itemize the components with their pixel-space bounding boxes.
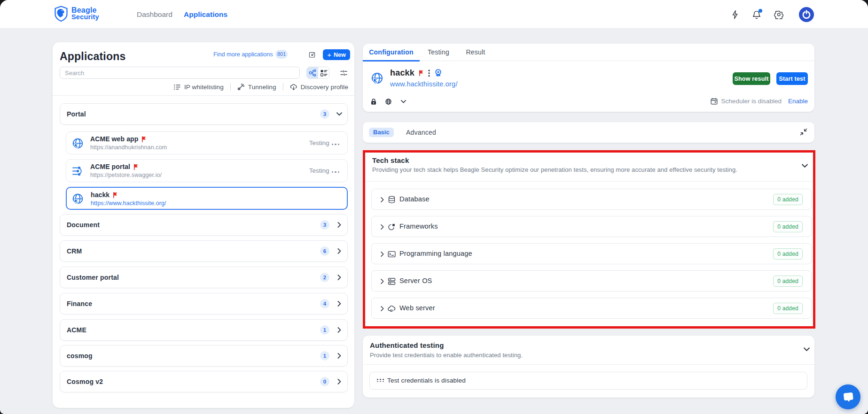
mode-switch-card: Basic Advanced bbox=[363, 122, 814, 143]
group-row-crm[interactable]: CRM 6 bbox=[60, 240, 348, 262]
group-row-cosmog[interactable]: cosmog 1 bbox=[60, 345, 348, 367]
tech-stack-row-programming-language[interactable]: Programming language 0 added bbox=[371, 243, 812, 264]
kebab-menu-icon[interactable] bbox=[428, 69, 430, 77]
test-credentials-row[interactable]: Test credentials is disabled bbox=[369, 372, 807, 390]
quick-actions-row: IP whitelisting Tunneling Discovery prof… bbox=[173, 83, 348, 91]
group-count-badge: 6 bbox=[320, 246, 329, 256]
globe-icon[interactable] bbox=[385, 99, 391, 105]
chevron-right-icon bbox=[379, 251, 385, 257]
tech-stack-row-frameworks[interactable]: Frameworks 0 added bbox=[371, 216, 812, 237]
view-toggle-group bbox=[306, 67, 329, 79]
chevron-right-icon bbox=[336, 274, 343, 281]
divider bbox=[230, 83, 231, 91]
import-icon[interactable] bbox=[308, 51, 316, 58]
discovery-profile-button[interactable]: Discovery profile bbox=[290, 84, 348, 91]
nav-link-applications[interactable]: Applications bbox=[184, 0, 227, 29]
user-avatar[interactable] bbox=[799, 7, 814, 22]
ip-whitelisting-button[interactable]: IP whitelisting bbox=[173, 84, 224, 91]
group-row-acme[interactable]: ACME 1 bbox=[60, 319, 348, 341]
flag-icon bbox=[419, 70, 424, 76]
collapse-icon[interactable] bbox=[800, 128, 807, 136]
group-row-customer-portal[interactable]: Customer portal 2 bbox=[60, 267, 348, 288]
group-row-document[interactable]: Document 3 bbox=[60, 214, 348, 236]
group-row-portal[interactable]: Portal 3 bbox=[60, 103, 348, 125]
search-input[interactable] bbox=[60, 67, 300, 79]
badge-medal-icon[interactable] bbox=[434, 69, 442, 77]
chevron-right-icon bbox=[336, 248, 343, 254]
group-count-badge: 1 bbox=[320, 351, 329, 360]
chevron-down-icon[interactable] bbox=[803, 346, 810, 353]
bell-icon[interactable] bbox=[752, 10, 761, 19]
added-count-badge: 0 added bbox=[773, 276, 803, 287]
app-row-acme-portal[interactable]: ACME portal https://petstore.swagger.io/… bbox=[66, 159, 348, 182]
app-url-link[interactable]: www.hackthissite.org/ bbox=[390, 80, 458, 88]
tunneling-label: Tunneling bbox=[248, 84, 276, 91]
authenticated-testing-description: Provide test credentials to enable authe… bbox=[370, 352, 523, 359]
new-application-button[interactable]: + New bbox=[323, 49, 350, 60]
start-test-button[interactable]: Start test bbox=[776, 72, 808, 85]
chevron-right-icon bbox=[336, 300, 343, 307]
lightning-icon[interactable] bbox=[730, 10, 740, 19]
applications-panel: Applications Find more applications 801 … bbox=[53, 42, 354, 408]
list-view-button[interactable] bbox=[318, 67, 329, 78]
password-dots-icon bbox=[376, 378, 384, 384]
nav-link-dashboard[interactable]: Dashboard bbox=[137, 0, 172, 29]
scheduler-enable-link[interactable]: Enable bbox=[788, 98, 808, 105]
app-row-acme-web-app[interactable]: ACME web app https://anandhukrishnan.com… bbox=[66, 131, 348, 154]
chevron-down-icon bbox=[336, 111, 343, 117]
tunneling-icon bbox=[237, 84, 244, 90]
chat-widget-button[interactable] bbox=[836, 384, 860, 409]
chevron-right-icon bbox=[379, 278, 385, 284]
group-row-cosmog-v2[interactable]: Cosmog v2 0 bbox=[60, 371, 348, 392]
tech-stack-label: Programming language bbox=[399, 244, 472, 264]
flag-icon bbox=[133, 164, 139, 170]
gear-icon[interactable] bbox=[774, 10, 783, 19]
notification-dot bbox=[759, 9, 762, 13]
tab-basic[interactable]: Basic bbox=[369, 128, 394, 137]
app-row-hackk[interactable]: hackk https://www.hackthissite.org/ bbox=[66, 187, 348, 210]
chevron-right-icon bbox=[379, 197, 385, 203]
added-count-badge: 0 added bbox=[773, 248, 803, 260]
panel-title: Applications bbox=[60, 50, 125, 63]
tech-stack-title: Tech stack bbox=[372, 156, 409, 164]
app-name: ACME portal bbox=[90, 163, 139, 170]
tech-stack-label: Frameworks bbox=[399, 216, 438, 237]
divider bbox=[363, 364, 814, 365]
filter-sliders-icon[interactable] bbox=[340, 69, 348, 77]
beagle-shield-icon bbox=[54, 6, 68, 22]
group-row-finance[interactable]: Finance 4 bbox=[60, 293, 348, 314]
tab-advanced[interactable]: Advanced bbox=[406, 122, 436, 143]
tab-result[interactable]: Result bbox=[457, 44, 494, 61]
group-label: Document bbox=[67, 215, 100, 235]
globe-cursor-icon bbox=[72, 138, 84, 149]
tab-configuration[interactable]: Configuration bbox=[363, 44, 420, 61]
lock-icon[interactable] bbox=[371, 99, 376, 105]
show-result-button[interactable]: Show result bbox=[733, 72, 770, 85]
scheduler-status: Scheduler is disabled bbox=[721, 98, 782, 105]
find-more-applications-link[interactable]: Find more applications bbox=[213, 51, 273, 58]
group-count-badge: 4 bbox=[320, 299, 329, 308]
tree-view-button[interactable] bbox=[307, 67, 318, 78]
tab-testing[interactable]: Testing bbox=[420, 44, 457, 61]
tunneling-button[interactable]: Tunneling bbox=[237, 84, 276, 91]
chevron-right-icon bbox=[336, 222, 343, 228]
calendar-icon bbox=[711, 98, 718, 105]
frameworks-icon bbox=[388, 223, 396, 231]
divider bbox=[365, 181, 813, 182]
tech-stack-label: Web server bbox=[399, 298, 435, 318]
app-url: https://petstore.swagger.io/ bbox=[90, 172, 162, 178]
tech-stack-highlight-box: Tech stack Providing your tech stack hel… bbox=[363, 150, 815, 329]
chevron-down-icon[interactable] bbox=[400, 99, 407, 105]
added-count-badge: 0 added bbox=[773, 221, 803, 232]
chevron-right-icon bbox=[336, 327, 343, 333]
chevron-down-icon[interactable] bbox=[801, 162, 808, 169]
tech-stack-row-server-os[interactable]: Server OS 0 added bbox=[371, 270, 812, 291]
web-server-icon bbox=[388, 305, 396, 313]
brand-logo[interactable]: Beagle Security bbox=[54, 6, 99, 22]
tree-view-icon bbox=[309, 69, 316, 77]
app-title: hackk bbox=[390, 68, 414, 78]
top-navbar: Beagle Security Dashboard Applications bbox=[0, 0, 868, 29]
tech-stack-row-web-server[interactable]: Web server 0 added bbox=[371, 298, 812, 319]
authenticated-testing-card: Authenticated testing Provide test crede… bbox=[363, 336, 814, 398]
tech-stack-row-database[interactable]: Database 0 added bbox=[371, 189, 812, 210]
